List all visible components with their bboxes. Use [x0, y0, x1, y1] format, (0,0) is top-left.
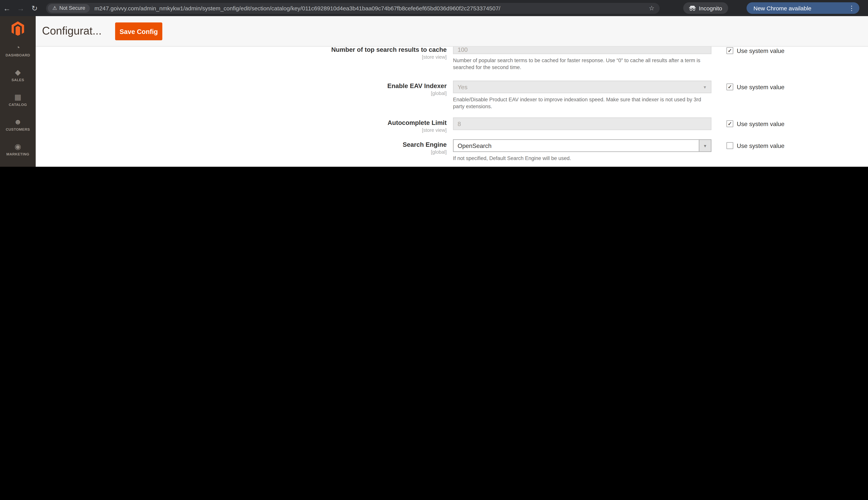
screen: ← → ↻ ⚠ Not Secure m247.goivvy.com/admin… — [0, 0, 868, 167]
sidebar-item-icon: ▦ — [14, 93, 22, 101]
field-label: Autocomplete Limit — [36, 119, 447, 127]
magento-page-header: Configurat... Save Config — [36, 16, 868, 47]
field-value: OpenSearch — [458, 142, 492, 149]
sidebar-item-label: CATALOG — [1, 102, 35, 106]
use-system-value-label: Use system value — [737, 47, 785, 54]
field-label: Enable EAV Indexer — [36, 82, 447, 90]
form-row: Number of top search results to cache [s… — [36, 44, 868, 71]
form-row-label-cell: Number of top search results to cache [s… — [36, 44, 447, 71]
use-system-value-label: Use system value — [737, 120, 785, 127]
address-bar[interactable]: ⚠ Not Secure m247.goivvy.com/admin_nmkyk… — [46, 3, 660, 14]
use-system-value-checkbox[interactable] — [727, 142, 733, 149]
field-scope: [store view] — [36, 54, 447, 60]
form-row: Autocomplete Limit [store view] 8 ✓ U — [36, 117, 868, 133]
browser-menu-icon[interactable]: ⋮ — [848, 4, 855, 12]
incognito-badge: Incognito — [683, 2, 728, 14]
field-scope: [global] — [36, 149, 447, 155]
use-system-value-cell: ✓ Use system value — [718, 81, 868, 110]
field-value: 8 — [458, 120, 461, 127]
field-scope: [global] — [36, 90, 447, 96]
magento-admin: ◔ DASHBOARD ◆ SALES ▦ CATALOG ☻ — [0, 16, 868, 167]
field-label: Search Engine — [36, 141, 447, 148]
use-system-value-cell: ✓ Use system value — [718, 117, 868, 133]
field-control[interactable]: 8 — [453, 117, 711, 130]
security-label: Not Secure — [59, 5, 85, 11]
field-value: 100 — [458, 46, 468, 53]
form-row-control-cell: Yes ▼ Enable/Disable Product EAV indexer… — [453, 81, 711, 110]
field-value: Yes — [458, 83, 467, 90]
sidebar-item[interactable]: ◉ MARKETING — [0, 137, 36, 162]
use-system-value-label: Use system value — [737, 83, 785, 90]
sidebar-item[interactable]: ☻ CUSTOMERS — [0, 112, 36, 137]
sidebar-item-label: CUSTOMERS — [1, 127, 35, 131]
sidebar-item-icon: ◆ — [15, 68, 21, 77]
page-title: Configurat... — [42, 25, 102, 37]
chrome-update-label: New Chrome available — [753, 5, 811, 11]
bookmark-star-icon[interactable]: ☆ — [649, 4, 654, 12]
forward-icon[interactable]: → — [14, 4, 27, 12]
incognito-icon — [689, 5, 696, 11]
field-control[interactable]: OpenSearch ▼ — [453, 139, 711, 152]
chrome-update-button[interactable]: New Chrome available ⋮ — [746, 2, 859, 14]
dropdown-caret-icon[interactable]: ▼ — [699, 140, 711, 151]
use-system-value-checkbox[interactable]: ✓ — [727, 83, 733, 90]
magento-sidebar: ◔ DASHBOARD ◆ SALES ▦ CATALOG ☻ — [0, 16, 36, 167]
form-row-label-cell: Enable EAV Indexer [global] — [36, 81, 447, 110]
warning-icon: ⚠ — [53, 5, 57, 11]
incognito-label: Incognito — [699, 5, 722, 11]
magento-logo — [10, 21, 25, 36]
dropdown-caret-icon: ▼ — [703, 85, 707, 89]
sidebar-item[interactable]: ◔ DASHBOARD — [0, 38, 36, 63]
use-system-value-checkbox[interactable]: ✓ — [727, 47, 733, 54]
back-icon[interactable]: ← — [0, 4, 14, 12]
sidebar-item[interactable]: ◆ SALES — [0, 63, 36, 88]
form-row-label-cell: Autocomplete Limit [store view] — [36, 117, 447, 133]
sidebar-item-icon: ◔ — [15, 44, 20, 52]
reload-icon[interactable]: ↻ — [27, 4, 42, 12]
sidebar-item-label: MARKETING — [1, 152, 35, 156]
sidebar-item[interactable]: ▦ CATALOG — [0, 88, 36, 112]
use-system-value-checkbox[interactable]: ✓ — [727, 120, 733, 127]
sidebar-item-label: SALES — [1, 78, 35, 82]
use-system-value-label: Use system value — [737, 142, 785, 149]
not-secure-chip[interactable]: ⚠ Not Secure — [48, 4, 90, 12]
field-scope: [store view] — [36, 127, 447, 133]
form-row-control-cell: OpenSearch ▼ If not specified, Default S… — [453, 139, 711, 162]
url-text: m247.goivvy.com/admin_nmkykw1/admin/syst… — [94, 5, 624, 11]
browser-toolbar: ← → ↻ ⚠ Not Secure m247.goivvy.com/admin… — [0, 0, 868, 16]
field-description: Enable/Disable Product EAV indexer to im… — [453, 97, 711, 110]
form-row: Enable EAV Indexer [global] Yes ▼ Enable… — [36, 81, 868, 110]
field-control[interactable]: Yes ▼ — [453, 81, 711, 93]
form-row-label-cell: Search Engine [global] — [36, 139, 447, 162]
sidebar-item-icon: ◉ — [14, 143, 21, 151]
field-description: If not specified, Default Search Engine … — [453, 156, 711, 162]
field-label: Number of top search results to cache — [36, 46, 447, 54]
use-system-value-cell: ✓ Use system value — [718, 44, 868, 71]
form-row: Search Engine [global] OpenSearch ▼ If n… — [36, 139, 868, 162]
sidebar-item[interactable]: ▤ CONTENT — [0, 162, 36, 167]
field-description: Number of popular search terms to be cac… — [453, 58, 711, 71]
save-config-button[interactable]: Save Config — [115, 22, 162, 40]
form-row-control-cell: 100 Number of popular search terms to be… — [453, 44, 711, 71]
form-row-control-cell: 8 — [453, 117, 711, 133]
sidebar-item-icon: ☻ — [14, 118, 22, 126]
sidebar-item-label: DASHBOARD — [1, 53, 35, 57]
use-system-value-cell: Use system value — [718, 139, 868, 162]
